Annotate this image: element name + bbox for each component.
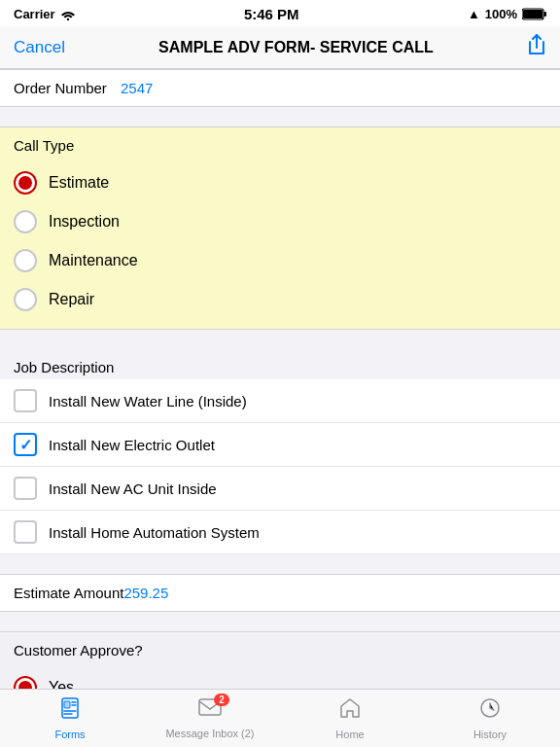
history-icon [478,696,502,726]
nav-bar: Cancel SAMPLE ADV FORM- SERVICE CALL [0,26,560,69]
message-badge-count: 2 [214,694,229,706]
svg-point-0 [66,18,68,19]
checkbox-home-automation-box [14,520,37,544]
checkbox-home-automation[interactable]: Install Home Automation System [0,511,560,554]
radio-maintenance-circle [14,249,37,272]
estimate-amount-value[interactable]: 259.25 [123,585,546,601]
tab-home-label: Home [335,729,364,740]
svg-rect-2 [544,12,547,17]
call-type-section: Call Type Estimate Inspection Maintenanc… [0,126,560,330]
radio-repair-circle [14,288,37,311]
order-number-row: Order Number 2547 [0,69,560,107]
estimate-amount-label: Estimate Amount [14,585,123,601]
content: Order Number 2547 Call Type Estimate Ins… [0,69,560,747]
separator-1 [0,107,560,126]
order-number-value[interactable]: 2547 [121,80,546,96]
radio-maintenance[interactable]: Maintenance [14,241,546,280]
checkbox-water-line-box [14,389,37,412]
separator-3 [0,554,560,574]
forms-icon [58,696,82,726]
checkbox-electric-outlet-box [14,433,37,456]
tab-home[interactable]: Home [280,696,420,740]
estimate-amount-row: Estimate Amount 259.25 [0,574,560,612]
status-carrier: Carrier [14,7,76,21]
checkbox-home-automation-label: Install Home Automation System [49,524,260,541]
radio-estimate-circle [14,171,37,195]
status-bar: Carrier 5:46 PM ▲ 100% [0,0,560,26]
svg-rect-3 [523,10,542,18]
radio-repair[interactable]: Repair [14,280,546,319]
wifi-icon [60,9,76,20]
svg-rect-5 [64,701,70,708]
checkbox-water-line[interactable]: Install New Water Line (Inside) [0,379,560,423]
tab-bar: Forms 2 Message Inbox (2) Home [0,689,560,747]
status-right: ▲ 100% [468,7,546,21]
radio-inspection[interactable]: Inspection [14,202,546,241]
tab-forms[interactable]: Forms [0,696,140,740]
radio-inspection-circle [14,210,37,233]
checkbox-ac-unit-label: Install New AC Unit Inside [49,480,217,497]
cancel-button[interactable]: Cancel [14,38,65,57]
share-button[interactable] [527,34,546,60]
checkbox-electric-outlet[interactable]: Install New Electric Outlet [0,423,560,467]
checkbox-ac-unit-box [14,477,37,500]
message-badge-container: 2 [198,697,222,725]
radio-repair-label: Repair [49,291,94,308]
job-desc-header: Job Description [0,349,560,379]
radio-estimate[interactable]: Estimate [14,163,546,202]
checkbox-water-line-label: Install New Water Line (Inside) [49,393,247,409]
home-icon [338,696,362,726]
nav-title: SAMPLE ADV FORM- SERVICE CALL [75,39,517,56]
forms-svg-icon [58,696,82,720]
tab-message-label: Message Inbox (2) [165,728,254,739]
home-svg-icon [338,696,362,720]
history-svg-icon [478,696,502,720]
checkbox-ac-unit[interactable]: Install New AC Unit Inside [0,467,560,511]
share-icon [527,34,546,55]
location-icon: ▲ [468,7,480,21]
status-time: 5:46 PM [244,6,299,22]
customer-approve-header: Customer Approve? [14,642,546,658]
order-number-label: Order Number [14,80,121,96]
radio-inspection-label: Inspection [49,213,120,231]
tab-history[interactable]: History [420,696,560,740]
separator-2 [0,330,560,349]
tab-forms-label: Forms [54,729,85,740]
separator-4 [0,612,560,631]
checkbox-electric-outlet-label: Install New Electric Outlet [49,437,215,453]
radio-maintenance-label: Maintenance [49,252,138,269]
call-type-header: Call Type [14,137,546,154]
battery-icon [522,8,546,20]
tab-message-inbox[interactable]: 2 Message Inbox (2) [140,697,280,739]
radio-estimate-label: Estimate [49,174,109,192]
tab-history-label: History [473,729,507,740]
